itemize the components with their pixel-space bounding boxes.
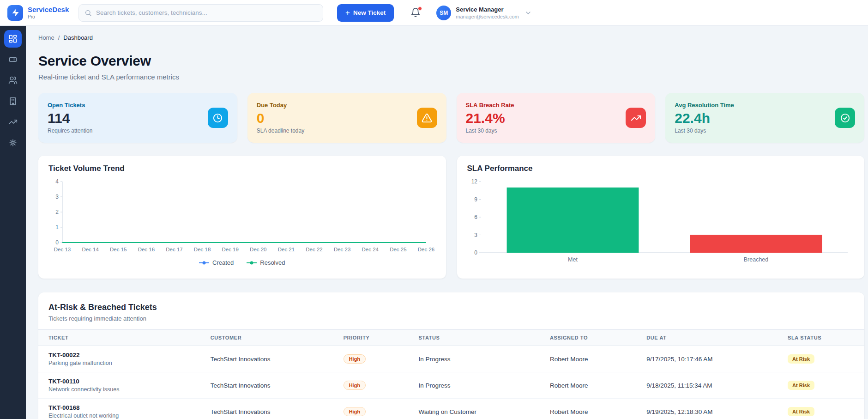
svg-text:0: 0 — [474, 249, 477, 256]
charts-row: Ticket Volume Trend 01234Dec 13Dec 14Dec… — [38, 156, 864, 279]
stat-card-avg-resolution-time[interactable]: Avg Resolution Time 22.4h Last 30 days — [665, 93, 864, 143]
svg-text:Met: Met — [568, 256, 578, 263]
svg-text:Dec 19: Dec 19 — [222, 247, 238, 252]
priority-badge: High — [344, 381, 366, 390]
col-priority[interactable]: Priority — [333, 330, 409, 346]
col-status[interactable]: Status — [408, 330, 539, 346]
breadcrumb-current: Dashboard — [63, 34, 93, 41]
ticket-volume-card: Ticket Volume Trend 01234Dec 13Dec 14Dec… — [38, 156, 446, 279]
sidebar-item-customers[interactable] — [4, 72, 22, 89]
sidebar — [0, 26, 26, 419]
stat-card-sla-breach-rate[interactable]: SLA Breach Rate 21.4% Last 30 days — [457, 93, 656, 143]
table-header-row: Ticket Customer Priority Status Assigned… — [38, 330, 864, 346]
table-row[interactable]: TKT-00022 Parking gate malfunction TechS… — [38, 346, 864, 372]
search-icon — [84, 9, 92, 17]
col-due-at[interactable]: Due At — [636, 330, 778, 346]
breadcrumb-home[interactable]: Home — [38, 34, 54, 41]
breadcrumb-separator: / — [58, 34, 60, 41]
sidebar-item-tickets[interactable] — [4, 51, 22, 68]
chevron-down-icon[interactable] — [524, 9, 532, 17]
at-risk-tickets-card: At-Risk & Breached Tickets Tickets requi… — [38, 292, 864, 419]
stat-card-open-tickets[interactable]: Open Tickets 114 Requires attention — [38, 93, 237, 143]
stat-value: 114 — [48, 110, 92, 126]
table-row[interactable]: TKT-00110 Network connectivity issues Te… — [38, 372, 864, 399]
legend-label: Resolved — [260, 259, 285, 266]
user-menu[interactable]: Service Manager manager@servicedesk.com — [456, 6, 519, 19]
legend-item: Created — [199, 259, 234, 266]
tickets-table: Ticket Customer Priority Status Assigned… — [38, 329, 864, 419]
svg-text:Dec 20: Dec 20 — [250, 247, 266, 252]
svg-text:3: 3 — [474, 232, 477, 238]
ticket-summary: Electrical outlet not working — [48, 413, 190, 419]
main-content: Home / Dashboard Service Overview Real-t… — [26, 26, 868, 419]
brand-name: ServiceDesk — [28, 6, 69, 14]
notification-dot — [418, 6, 422, 11]
search-input[interactable] — [96, 9, 317, 16]
svg-text:Dec 21: Dec 21 — [278, 247, 295, 252]
customer-cell: TechStart Innovations — [200, 346, 333, 372]
chart-title: Ticket Volume Trend — [48, 164, 436, 173]
stat-label: Avg Resolution Time — [675, 102, 734, 109]
user-name: Service Manager — [456, 6, 519, 13]
ticket-summary: Parking gate malfunction — [48, 360, 190, 366]
ticket-id[interactable]: TKT-00022 — [48, 352, 190, 358]
sidebar-item-companies[interactable] — [4, 92, 22, 110]
volume-legend: CreatedResolved — [48, 259, 436, 266]
table-row[interactable]: TKT-00168 Electrical outlet not working … — [38, 399, 864, 419]
users-icon — [8, 76, 18, 85]
global-search[interactable] — [78, 4, 323, 22]
stat-text: Avg Resolution Time 22.4h Last 30 days — [675, 102, 734, 134]
svg-text:1: 1 — [55, 224, 59, 231]
ticket-id[interactable]: TKT-00168 — [48, 404, 190, 411]
stat-cards: Open Tickets 114 Requires attention Due … — [38, 93, 864, 143]
ticket-summary: Network connectivity issues — [48, 386, 190, 393]
svg-text:0: 0 — [55, 239, 59, 246]
sidebar-item-settings[interactable] — [4, 134, 22, 152]
stat-card-due-today[interactable]: Due Today 0 SLA deadline today — [247, 93, 446, 143]
bar-chart-svg: 036912MetBreached — [467, 177, 853, 266]
app-logo[interactable] — [7, 5, 23, 21]
due-at-cell: 9/17/2025, 10:17:46 AM — [636, 346, 778, 372]
svg-text:Dec 26: Dec 26 — [418, 247, 434, 252]
sla-status-badge: At Risk — [788, 354, 814, 364]
clock-icon — [208, 108, 228, 128]
svg-text:Dec 13: Dec 13 — [54, 247, 71, 252]
status-cell: In Progress — [408, 372, 539, 399]
svg-text:2: 2 — [55, 209, 59, 215]
stat-caption: Last 30 days — [675, 128, 734, 134]
user-avatar[interactable]: SM — [436, 6, 451, 20]
gear-icon — [8, 138, 18, 147]
col-customer[interactable]: Customer — [200, 330, 333, 346]
svg-text:Breached: Breached — [743, 256, 768, 263]
check-circle-icon — [835, 108, 855, 128]
due-at-cell: 9/18/2025, 11:15:34 AM — [636, 372, 778, 399]
sidebar-item-reports[interactable] — [4, 113, 22, 131]
new-ticket-label: New Ticket — [353, 9, 386, 16]
sidebar-item-dashboard[interactable] — [4, 30, 22, 48]
svg-text:3: 3 — [55, 194, 59, 200]
top-bar: ServiceDesk Pro + New Ticket SM Service … — [0, 0, 868, 26]
breadcrumb: Home / Dashboard — [38, 34, 864, 41]
col-sla-status[interactable]: SLA Status — [778, 330, 864, 346]
stat-text: SLA Breach Rate 21.4% Last 30 days — [466, 102, 514, 134]
sla-performance-chart: 036912MetBreached — [467, 177, 855, 267]
col-ticket[interactable]: Ticket — [38, 330, 200, 346]
grid-icon — [8, 34, 18, 43]
legend-marker — [247, 261, 257, 265]
table-subtitle: Tickets requiring immediate attention — [38, 315, 864, 322]
stat-text: Open Tickets 114 Requires attention — [48, 102, 92, 134]
page-subtitle: Real-time ticket and SLA performance met… — [38, 73, 864, 81]
new-ticket-button[interactable]: + New Ticket — [337, 4, 394, 22]
ticket-id[interactable]: TKT-00110 — [48, 378, 190, 385]
col-assigned-to[interactable]: Assigned To — [540, 330, 636, 346]
assigned-cell: Robert Moore — [540, 372, 636, 399]
customer-cell: TechStart Innovations — [200, 372, 333, 399]
notifications-bell[interactable] — [410, 7, 422, 18]
svg-text:Dec 15: Dec 15 — [110, 247, 127, 252]
svg-text:Dec 16: Dec 16 — [138, 247, 155, 252]
priority-badge: High — [344, 407, 366, 416]
sla-status-badge: At Risk — [788, 381, 814, 390]
page-title: Service Overview — [38, 53, 864, 69]
legend-item: Resolved — [247, 259, 285, 266]
svg-text:Dec 25: Dec 25 — [390, 247, 406, 252]
